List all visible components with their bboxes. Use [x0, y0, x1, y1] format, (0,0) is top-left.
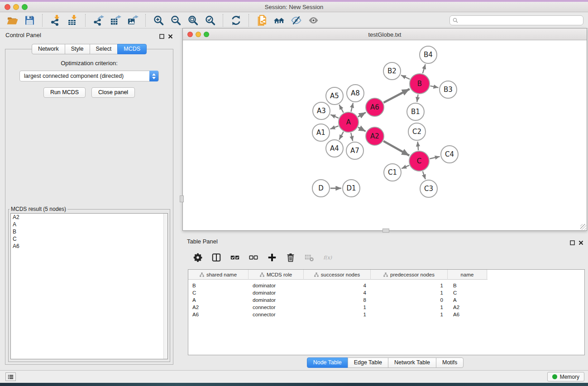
- graph-edge-A-A3[interactable]: [330, 114, 339, 118]
- table-cell[interactable]: 4: [304, 289, 371, 296]
- table-cell[interactable]: connector: [249, 311, 304, 318]
- graph-node-A6[interactable]: A6: [366, 98, 384, 116]
- graph-node-A3[interactable]: A3: [313, 102, 330, 119]
- graph-node-B3[interactable]: B3: [440, 81, 457, 98]
- table-tab-node-table[interactable]: Node Table: [307, 357, 348, 368]
- table-cell[interactable]: 4: [304, 282, 371, 289]
- import-network-from-file-icon[interactable]: [48, 14, 62, 27]
- table-cell[interactable]: 8: [304, 296, 371, 304]
- table-cell[interactable]: C: [448, 289, 487, 296]
- float-panel-icon[interactable]: [159, 33, 164, 41]
- graph-edge-A-A8[interactable]: [351, 103, 353, 111]
- graph-edge-C-C2[interactable]: [418, 142, 418, 150]
- graph-edge-C-C1[interactable]: [402, 165, 409, 168]
- result-list-scrollbar[interactable]: [163, 214, 167, 359]
- graph-edge-B-B2[interactable]: [401, 75, 410, 79]
- mcds-result-item[interactable]: A6: [11, 243, 167, 250]
- graph-edge-A-A6[interactable]: [358, 112, 366, 117]
- add-column-icon[interactable]: [267, 252, 277, 263]
- table-cell[interactable]: dominator: [249, 289, 304, 296]
- graph-edge-C-C4[interactable]: [430, 157, 440, 159]
- table-tab-edge-table[interactable]: Edge Table: [348, 357, 388, 368]
- control-tab-network[interactable]: Network: [32, 44, 65, 54]
- float-table-panel-icon[interactable]: [570, 239, 575, 247]
- control-tab-select[interactable]: Select: [90, 44, 118, 54]
- table-cell[interactable]: C: [188, 289, 249, 296]
- graph-node-A8[interactable]: A8: [347, 85, 364, 102]
- column-settings-icon[interactable]: [192, 252, 203, 263]
- graph-node-D[interactable]: D: [312, 180, 330, 197]
- new-network-from-selection-icon[interactable]: [254, 14, 269, 27]
- table-cell[interactable]: A2: [448, 304, 487, 311]
- first-neighbors-icon[interactable]: [272, 14, 286, 27]
- save-session-icon[interactable]: [22, 14, 37, 27]
- graph-node-D1[interactable]: D1: [343, 180, 360, 197]
- left-divider-grip[interactable]: [180, 195, 184, 202]
- network-graph[interactable]: AA1A3A4A5A7A8A6A2BB1B2B3B4CC1C2C3C4DD1: [183, 40, 587, 230]
- memory-button[interactable]: Memory: [547, 372, 584, 381]
- bottom-divider-grip[interactable]: [382, 229, 389, 233]
- graph-edge-A2-C[interactable]: [383, 141, 409, 156]
- refresh-view-icon[interactable]: [229, 14, 243, 27]
- graph-node-B4[interactable]: B4: [420, 46, 437, 63]
- graph-edge-A-A1[interactable]: [330, 126, 339, 129]
- column-header-name[interactable]: name: [448, 270, 487, 280]
- column-header-predecessor-nodes[interactable]: predecessor nodes: [371, 270, 448, 280]
- graph-node-A[interactable]: A: [339, 112, 359, 132]
- select-all-rows-icon[interactable]: [229, 252, 240, 263]
- criterion-dropdown[interactable]: largest connected component (directed): [19, 71, 159, 81]
- window-resize-grip[interactable]: [580, 224, 586, 230]
- table-row[interactable]: Adominator80A: [188, 296, 584, 304]
- table-cell[interactable]: connector: [249, 304, 304, 311]
- search-input[interactable]: [449, 15, 583, 25]
- export-table-icon[interactable]: [108, 14, 123, 27]
- graph-edge-A-A7[interactable]: [351, 133, 353, 141]
- open-session-icon[interactable]: [5, 14, 19, 27]
- close-panel-icon[interactable]: [168, 33, 173, 41]
- table-cell[interactable]: 0: [371, 296, 448, 304]
- control-tab-mcds[interactable]: MCDS: [117, 44, 147, 54]
- graph-edge-A-A5[interactable]: [339, 105, 343, 112]
- graph-node-B[interactable]: B: [410, 74, 430, 94]
- delete-columns-icon[interactable]: [285, 252, 296, 263]
- table-cell[interactable]: A6: [448, 311, 487, 318]
- column-header-mcds-role[interactable]: MCDS role: [249, 270, 304, 280]
- table-tab-network-table[interactable]: Network Table: [388, 357, 436, 368]
- table-row[interactable]: A2connector11A2: [188, 304, 584, 311]
- graph-node-C4[interactable]: C4: [441, 146, 458, 163]
- column-header-successor-nodes[interactable]: successor nodes: [304, 270, 371, 280]
- run-mcds-button[interactable]: Run MCDS: [43, 87, 86, 98]
- graph-node-C[interactable]: C: [409, 151, 429, 171]
- graph-node-B1[interactable]: B1: [407, 103, 424, 120]
- table-cell[interactable]: 1: [371, 289, 448, 296]
- function-builder-icon[interactable]: f(x): [322, 252, 333, 263]
- hide-graphics-details-icon[interactable]: [289, 14, 303, 27]
- control-tab-style[interactable]: Style: [65, 44, 90, 54]
- export-image-icon[interactable]: [125, 14, 140, 27]
- table-cell[interactable]: 1: [371, 311, 448, 318]
- table-cell[interactable]: B: [448, 282, 487, 289]
- table-cell[interactable]: 1: [304, 311, 371, 318]
- table-tab-motifs[interactable]: Motifs: [436, 357, 464, 368]
- table-row[interactable]: Cdominator41C: [188, 289, 584, 296]
- zoom-in-icon[interactable]: [151, 14, 166, 27]
- table-cell[interactable]: A: [448, 296, 487, 304]
- mcds-result-list[interactable]: A2ABCA6: [10, 213, 168, 359]
- table-row[interactable]: Bdominator41B: [188, 282, 584, 289]
- table-cell[interactable]: 1: [371, 304, 448, 311]
- graph-node-A1[interactable]: A1: [312, 124, 330, 141]
- graph-node-C3[interactable]: C3: [420, 180, 437, 197]
- mcds-result-item[interactable]: A: [11, 221, 167, 228]
- table-cell[interactable]: B: [188, 282, 249, 289]
- zoom-fit-content-icon[interactable]: [186, 14, 200, 27]
- column-header-shared-name[interactable]: shared name: [188, 270, 249, 280]
- delete-table-icon[interactable]: [304, 252, 315, 263]
- export-network-icon[interactable]: [91, 14, 105, 27]
- graph-edge-A6-B[interactable]: [383, 89, 409, 103]
- table-cell[interactable]: dominator: [249, 282, 304, 289]
- mcds-result-item[interactable]: B: [11, 228, 167, 235]
- table-cell[interactable]: 1: [371, 282, 448, 289]
- mcds-result-item[interactable]: A2: [11, 214, 167, 221]
- unselect-all-rows-icon[interactable]: [248, 252, 259, 263]
- import-table-from-file-icon[interactable]: [65, 14, 80, 27]
